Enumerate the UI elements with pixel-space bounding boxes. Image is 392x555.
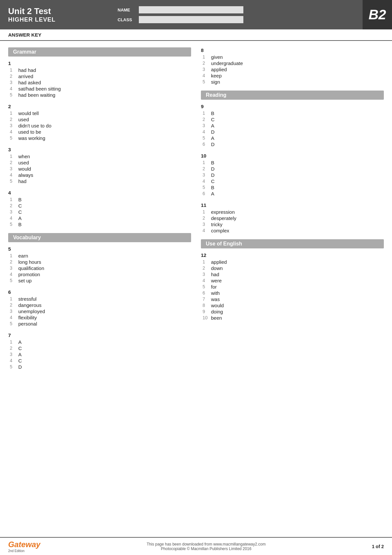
list-item: 1B (10, 197, 191, 202)
list-item: 3didn't use to do (10, 123, 191, 128)
grammar-group-3: 3 1when 2used 3would 4always 5had (8, 147, 191, 184)
page-header: Unit 2 Test HIGHER LEVEL NAME CLASS B2 (0, 0, 392, 29)
list-item: 1B (203, 110, 384, 116)
answer-list-5: 1earn 2long hours 3qualification 4promot… (8, 253, 191, 283)
list-item: 1B (203, 160, 384, 165)
question-number-3: 3 (8, 147, 191, 152)
reading-group-9: 9 1B 2C 3A 4D 5A 6D (201, 104, 384, 147)
page-number: 1 of 2 (372, 544, 384, 549)
question-number-11: 11 (201, 202, 384, 208)
list-item: 5had (10, 178, 191, 184)
list-item: 2desperately (203, 215, 384, 221)
list-item: 2used (10, 160, 191, 165)
list-item: 1had had (10, 67, 191, 73)
list-item: 4always (10, 172, 191, 178)
list-item: 2C (10, 203, 191, 209)
list-item: 3A (203, 123, 384, 128)
list-item: 3unemployed (10, 309, 191, 314)
answer-list-2: 1would tell 2used 3didn't use to do 4use… (8, 110, 191, 141)
answer-list-12: 1applied 2down 3had 4were 5for 6with 7wa… (201, 259, 384, 321)
list-item: 2dangerous (10, 302, 191, 308)
list-item: 1A (10, 339, 191, 345)
list-item: 3would (10, 166, 191, 172)
reading-group-10: 10 1B 2D 3D 4C 5B 6A (201, 153, 384, 196)
list-item: 5for (203, 284, 384, 290)
list-item: 4used to be (10, 129, 191, 135)
name-label: NAME (118, 8, 136, 12)
answer-list-11: 1expression 2desperately 3tricky 4comple… (201, 209, 384, 233)
right-column: 8 1given 2undergraduate 3applied 4keep 5… (201, 47, 384, 376)
list-item: 9doing (203, 309, 384, 314)
list-item: 4C (10, 358, 191, 363)
list-item: 3D (203, 172, 384, 178)
answer-key-label: ANSWER KEY (8, 32, 41, 38)
list-item: 3tricky (203, 222, 384, 227)
list-item: 2arrived (10, 74, 191, 79)
list-item: 5personal (10, 321, 191, 327)
header-title-block: Unit 2 Test HIGHER LEVEL (0, 0, 111, 29)
question-number-8: 8 (201, 47, 384, 53)
list-item: 2down (203, 265, 384, 271)
list-item: 2long hours (10, 259, 191, 265)
list-item: 5D (10, 364, 191, 370)
reading-group-11: 11 1expression 2desperately 3tricky 4com… (201, 202, 384, 233)
list-item: 4flexibility (10, 315, 191, 320)
answer-list-1: 1had had 2arrived 3had asked 4sat/had be… (8, 67, 191, 98)
class-label: CLASS (118, 17, 136, 22)
question-number-10: 10 (201, 153, 384, 159)
gateway-logo: Gateway 2nd Edition (8, 540, 41, 553)
answer-key-bar: ANSWER KEY (0, 29, 392, 41)
logo-sub: 2nd Edition (8, 549, 24, 553)
answer-list-4: 1B 2C 3C 4A 5B (8, 197, 191, 227)
answer-list-7: 1A 2C 3A 4C 5D (8, 339, 191, 370)
question-number-6: 6 (8, 289, 191, 295)
level-badge: B2 (363, 0, 392, 29)
list-item: 6with (203, 290, 384, 296)
question-number-9: 9 (201, 104, 384, 109)
list-item: 3qualification (10, 265, 191, 271)
reading-section-header: Reading (201, 91, 384, 100)
footer-line1: This page has been downloaded from www.m… (147, 542, 266, 547)
list-item: 5had been waiting (10, 92, 191, 98)
unit-title: Unit 2 Test (8, 6, 103, 16)
list-item: 7was (203, 296, 384, 302)
level-subtitle: HIGHER LEVEL (8, 16, 103, 23)
list-item: 2C (203, 117, 384, 122)
list-item: 1applied (203, 259, 384, 265)
answer-list-3: 1when 2used 3would 4always 5had (8, 154, 191, 184)
answer-list-8: 1given 2undergraduate 3applied 4keep 5si… (201, 54, 384, 85)
footer-copyright: This page has been downloaded from www.m… (147, 542, 266, 551)
question-number-7: 7 (8, 332, 191, 338)
header-fields: NAME CLASS (111, 0, 363, 29)
list-item: 4keep (203, 73, 384, 78)
list-item: 4promotion (10, 272, 191, 277)
list-item: 4C (203, 178, 384, 184)
vocabulary-group-7: 7 1A 2C 3A 4C 5D (8, 332, 191, 370)
class-input[interactable] (139, 16, 243, 23)
class-field-row: CLASS (118, 16, 356, 23)
list-item: 2undergraduate (203, 60, 384, 66)
list-item: 5B (10, 222, 191, 227)
grammar-group-2: 2 1would tell 2used 3didn't use to do 4u… (8, 104, 191, 141)
question-number-2: 2 (8, 104, 191, 109)
group-8: 8 1given 2undergraduate 3applied 4keep 5… (201, 47, 384, 85)
vocabulary-group-5: 5 1earn 2long hours 3qualification 4prom… (8, 246, 191, 283)
vocabulary-group-6: 6 1stressful 2dangerous 3unemployed 4fle… (8, 289, 191, 327)
list-item: 5B (203, 185, 384, 190)
list-item: 2C (10, 345, 191, 351)
name-input[interactable] (139, 6, 243, 13)
page-footer: Gateway 2nd Edition This page has been d… (0, 537, 392, 555)
uoe-group-12: 12 1applied 2down 3had 4were 5for 6with … (201, 252, 384, 321)
list-item: 1stressful (10, 296, 191, 302)
main-content: Grammar 1 1had had 2arrived 3had asked 4… (0, 41, 392, 382)
list-item: 4A (10, 215, 191, 221)
list-item: 1when (10, 154, 191, 159)
list-item: 4complex (203, 228, 384, 233)
list-item: 5set up (10, 278, 191, 283)
question-number-5: 5 (8, 246, 191, 252)
logo-text: Gateway (8, 540, 41, 549)
list-item: 4were (203, 278, 384, 283)
list-item: 1expression (203, 209, 384, 215)
list-item: 1given (203, 54, 384, 60)
answer-list-6: 1stressful 2dangerous 3unemployed 4flexi… (8, 296, 191, 327)
